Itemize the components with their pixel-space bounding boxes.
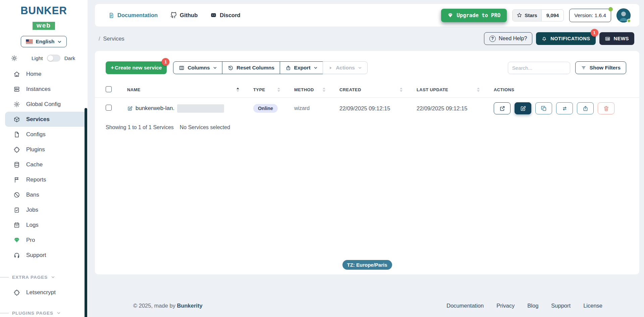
sidebar-item-home[interactable]: Home bbox=[0, 66, 88, 82]
export-label: Export bbox=[294, 65, 311, 71]
actions-dropdown[interactable]: Actions bbox=[323, 61, 368, 74]
service-name-cell[interactable]: bunkerweb-lan. bbox=[127, 104, 253, 113]
footer-link-license[interactable]: License bbox=[583, 303, 602, 309]
chevron-down-icon bbox=[213, 66, 217, 70]
column-header-method[interactable]: METHOD bbox=[294, 87, 339, 92]
sort-icon bbox=[400, 88, 402, 92]
avatar-status-dot bbox=[627, 19, 631, 23]
file-icon bbox=[13, 131, 20, 138]
sidebar-item-plugins[interactable]: Plugins bbox=[0, 142, 88, 157]
footer-link-blog[interactable]: Blog bbox=[527, 303, 538, 309]
discord-link[interactable]: Discord bbox=[210, 12, 240, 18]
theme-toggle[interactable] bbox=[47, 55, 60, 62]
delete-service-button[interactable] bbox=[598, 102, 614, 114]
service-name: bunkerweb-lan. bbox=[136, 105, 174, 112]
edit-service-button[interactable] bbox=[515, 102, 531, 114]
section-plugins-pages[interactable]: PLUGINS PAGES bbox=[0, 307, 88, 317]
sidebar-scrollbar-thumb[interactable] bbox=[85, 108, 87, 317]
open-service-button[interactable] bbox=[494, 102, 511, 114]
export-service-button[interactable] bbox=[577, 102, 594, 114]
history-icon bbox=[228, 65, 233, 71]
play-icon bbox=[328, 66, 333, 70]
github-stars-widget[interactable]: Stars 9,094 bbox=[512, 9, 564, 21]
sidebar-item-support[interactable]: Support bbox=[0, 248, 88, 263]
select-all-checkbox[interactable] bbox=[106, 86, 112, 92]
upgrade-pro-button[interactable]: Upgrade to PRO bbox=[441, 9, 507, 22]
cube-icon bbox=[13, 116, 20, 123]
sidebar-item-label: Jobs bbox=[26, 207, 38, 213]
sidebar-item-jobs[interactable]: Jobs bbox=[0, 202, 88, 217]
footer-link-documentation[interactable]: Documentation bbox=[446, 303, 484, 309]
github-link[interactable]: Github bbox=[170, 12, 198, 18]
sidebar-item-configs[interactable]: Configs bbox=[0, 127, 88, 142]
puzzle-icon bbox=[13, 146, 20, 153]
column-header-created[interactable]: CREATED bbox=[339, 87, 417, 92]
search-input[interactable] bbox=[508, 62, 570, 74]
column-header-name[interactable]: NAME bbox=[127, 87, 253, 92]
headset-icon bbox=[13, 252, 20, 259]
logo-text-bunker: BUNKER bbox=[0, 5, 88, 17]
app-root: BUNKER web English Light Dark bbox=[0, 0, 644, 317]
sidebar-item-label: Services bbox=[26, 116, 50, 123]
gear-icon bbox=[13, 101, 20, 108]
reset-columns-button[interactable]: Reset Columns bbox=[222, 61, 280, 74]
notifications-button[interactable]: NOTIFICATIONS 1 bbox=[536, 32, 595, 45]
star-icon bbox=[517, 12, 522, 18]
show-filters-button[interactable]: Show Filters bbox=[575, 61, 626, 74]
sun-icon bbox=[11, 55, 17, 61]
github-icon bbox=[170, 12, 177, 18]
sidebar-item-global-config[interactable]: Global Config bbox=[0, 97, 88, 112]
show-filters-label: Show Filters bbox=[590, 65, 621, 71]
sidebar-item-label: Letsencrypt bbox=[26, 289, 56, 296]
sidebar-item-pro[interactable]: Pro bbox=[0, 232, 88, 248]
sidebar-item-cache[interactable]: Cache bbox=[0, 157, 88, 172]
news-button[interactable]: NEWS bbox=[599, 32, 635, 45]
bunkerity-link[interactable]: Bunkerity bbox=[177, 303, 203, 309]
sidebar-item-instances[interactable]: Instances bbox=[0, 82, 88, 97]
sidebar-item-services[interactable]: Services bbox=[5, 112, 85, 127]
breadcrumb: / Services bbox=[99, 36, 124, 42]
sidebar-item-label: Global Config bbox=[26, 101, 61, 108]
sidebar-item-label: Home bbox=[26, 71, 41, 77]
chevron-down-icon bbox=[314, 66, 318, 70]
news-label: NEWS bbox=[614, 36, 629, 41]
row-actions bbox=[494, 102, 639, 114]
sidebar-nav: Home Instances Global Config Services Co… bbox=[0, 66, 88, 263]
create-service-button[interactable]: + Create new service 1 bbox=[106, 61, 167, 74]
sidebar-item-reports[interactable]: Reports bbox=[0, 172, 88, 187]
gem-icon bbox=[447, 12, 453, 18]
table-row: bunkerweb-lan. Online wizard 22/09/2025 … bbox=[95, 98, 639, 119]
stars-label: Stars bbox=[525, 12, 537, 18]
row-checkbox[interactable] bbox=[106, 105, 112, 111]
chevron-down-icon bbox=[57, 311, 61, 315]
need-help-button[interactable]: ? Need Help? bbox=[484, 32, 533, 45]
database-icon bbox=[13, 161, 20, 168]
language-selector[interactable]: English bbox=[21, 36, 67, 47]
sort-icon bbox=[477, 88, 480, 92]
sort-icon bbox=[236, 88, 239, 92]
export-dropdown[interactable]: Export bbox=[280, 61, 323, 74]
upgrade-pro-label: Upgrade to PRO bbox=[457, 12, 500, 18]
sidebar-item-label: Plugins bbox=[26, 146, 45, 153]
sidebar-item-bans[interactable]: Bans bbox=[0, 187, 88, 202]
convert-service-button[interactable] bbox=[556, 102, 573, 114]
sidebar-item-label: Configs bbox=[26, 131, 46, 138]
edit-icon bbox=[520, 105, 526, 112]
sidebar-item-label: Support bbox=[26, 252, 46, 259]
sidebar-item-letsencrypt[interactable]: Letsencrypt bbox=[0, 285, 88, 300]
column-header-type[interactable]: TYPE bbox=[253, 87, 294, 92]
documentation-link[interactable]: Documentation bbox=[108, 12, 158, 18]
column-header-last-update[interactable]: LAST UPDATE bbox=[417, 87, 494, 92]
clone-service-button[interactable] bbox=[535, 102, 552, 114]
page-header-row: / Services ? Need Help? NOTIFICATIONS 1 … bbox=[95, 29, 639, 49]
columns-dropdown[interactable]: Columns bbox=[173, 61, 222, 74]
bunkerweb-logo[interactable]: BUNKER web bbox=[0, 0, 88, 30]
export-icon bbox=[285, 65, 291, 71]
footer-link-support[interactable]: Support bbox=[551, 303, 571, 309]
avatar[interactable] bbox=[616, 8, 631, 22]
theme-light-label: Light bbox=[32, 55, 43, 61]
sidebar-item-logs[interactable]: Logs bbox=[0, 217, 88, 232]
section-extra-pages[interactable]: EXTRA PAGES bbox=[0, 271, 88, 283]
sidebar-item-label: Bans bbox=[26, 192, 39, 198]
footer-link-privacy[interactable]: Privacy bbox=[496, 303, 515, 309]
